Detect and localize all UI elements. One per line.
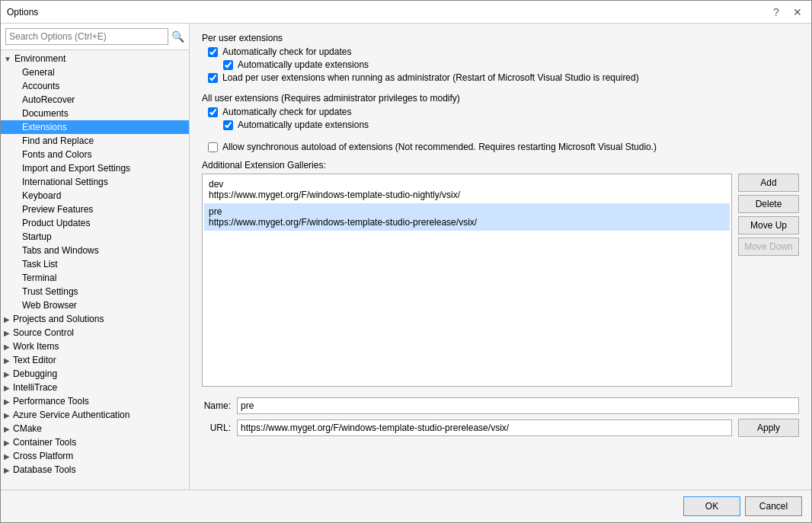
sidebar-item-label: AutoRecover [22, 94, 75, 105]
help-button[interactable]: ? [769, 5, 784, 20]
allow-sync-checkbox[interactable] [208, 142, 218, 152]
per-user-check3-checkbox[interactable] [208, 73, 218, 83]
sidebar-item-product-updates[interactable]: Product Updates [1, 216, 189, 230]
cancel-button[interactable]: Cancel [745, 496, 802, 516]
move-down-button[interactable]: Move Down [738, 238, 799, 256]
galleries-buttons: Add Delete Move Up Move Down [738, 174, 799, 256]
per-user-section: Per user extensions Automatically check … [202, 33, 799, 85]
sidebar-item-label: Performance Tools [13, 396, 89, 407]
sidebar-item-label: General [22, 67, 55, 78]
per-user-check2-row: Automatically update extensions [202, 59, 799, 70]
sidebar-item-find-replace[interactable]: Find and Replace [1, 134, 189, 148]
move-up-button[interactable]: Move Up [738, 216, 799, 234]
sidebar-item-performance-tools[interactable]: ▶ Performance Tools [1, 394, 189, 408]
sidebar-item-label: Preview Features [22, 204, 93, 215]
ok-button[interactable]: OK [683, 496, 740, 516]
close-button[interactable]: ✕ [790, 5, 805, 20]
sidebar-item-startup[interactable]: Startup [1, 230, 189, 244]
sidebar-item-keyboard[interactable]: Keyboard [1, 189, 189, 203]
search-bar: 🔍 [1, 24, 189, 50]
name-label: Name: [202, 400, 231, 411]
url-field-row: URL: Apply [202, 419, 799, 437]
title-bar: Options ? ✕ [1, 1, 811, 24]
right-panel: Per user extensions Automatically check … [190, 24, 811, 490]
gallery-item-pre[interactable]: pre https://www.myget.org/F/windows-temp… [204, 203, 730, 231]
sidebar-item-trust-settings[interactable]: Trust Settings [1, 285, 189, 298]
name-field-row: Name: [202, 397, 799, 414]
all-user-check2-checkbox[interactable] [223, 120, 233, 130]
apply-button[interactable]: Apply [738, 419, 799, 437]
per-user-check3-label: Load per user extensions when running as… [222, 72, 639, 83]
sidebar-item-terminal[interactable]: Terminal [1, 271, 189, 285]
gallery-item-dev[interactable]: dev https://www.myget.org/F/windows-temp… [204, 176, 730, 203]
galleries-section: Additional Extension Galleries: dev http… [202, 160, 799, 387]
sidebar-item-cmake[interactable]: ▶ CMake [1, 422, 189, 435]
name-input[interactable] [237, 397, 799, 414]
sidebar-item-environment[interactable]: ▼ Environment [1, 52, 189, 65]
expand-arrow: ▶ [4, 397, 10, 406]
sidebar-item-web-browser[interactable]: Web Browser [1, 298, 189, 312]
url-input[interactable] [237, 419, 732, 436]
sidebar-item-preview[interactable]: Preview Features [1, 203, 189, 216]
sidebar-item-tabs-windows[interactable]: Tabs and Windows [1, 244, 189, 257]
delete-button[interactable]: Delete [738, 195, 799, 213]
sidebar-item-projects-solutions[interactable]: ▶ Projects and Solutions [1, 312, 189, 326]
sidebar-item-label: Find and Replace [22, 136, 94, 146]
galleries-label: Additional Extension Galleries: [202, 160, 799, 171]
sidebar-item-source-control[interactable]: ▶ Source Control [1, 326, 189, 340]
sidebar-item-database-tools[interactable]: ▶ Database Tools [1, 463, 189, 477]
gallery-item-name: dev [209, 179, 725, 190]
main-content: 🔍 ▼ Environment General Accounts AutoRec… [1, 24, 811, 490]
sidebar-item-import-export[interactable]: Import and Export Settings [1, 161, 189, 175]
sidebar-item-accounts[interactable]: Accounts [1, 79, 189, 93]
sidebar-item-label: Debugging [13, 368, 57, 379]
per-user-label: Per user extensions [202, 33, 799, 43]
sidebar-item-label: Trust Settings [22, 286, 78, 297]
sidebar: 🔍 ▼ Environment General Accounts AutoRec… [1, 24, 190, 490]
sidebar-item-extensions[interactable]: Extensions [1, 120, 189, 134]
sidebar-item-container-tools[interactable]: ▶ Container Tools [1, 435, 189, 449]
per-user-check2-checkbox[interactable] [223, 60, 233, 70]
dialog-title: Options [7, 7, 38, 18]
sidebar-item-work-items[interactable]: ▶ Work Items [1, 340, 189, 353]
sidebar-item-debugging[interactable]: ▶ Debugging [1, 367, 189, 381]
per-user-check1-row: Automatically check for updates [202, 46, 799, 57]
all-user-check1-checkbox[interactable] [208, 107, 218, 117]
per-user-check3-row: Load per user extensions when running as… [202, 72, 799, 83]
all-user-check2-row: Automatically update extensions [202, 120, 799, 130]
expand-arrow: ▶ [4, 425, 10, 433]
url-label: URL: [202, 423, 231, 433]
per-user-check2-label: Automatically update extensions [238, 59, 369, 70]
sidebar-item-general[interactable]: General [1, 65, 189, 79]
title-bar-controls: ? ✕ [769, 5, 805, 20]
sidebar-item-intellitrace[interactable]: ▶ IntelliTrace [1, 381, 189, 394]
per-user-check1-label: Automatically check for updates [222, 46, 351, 57]
sidebar-item-label: CMake [13, 423, 42, 434]
expand-arrow: ▶ [4, 343, 10, 351]
all-user-check1-label: Automatically check for updates [222, 107, 351, 117]
sidebar-item-label: Cross Platform [13, 451, 73, 461]
sidebar-item-label: IntelliTrace [13, 382, 57, 393]
sidebar-item-documents[interactable]: Documents [1, 107, 189, 120]
name-url-section: Name: URL: Apply [202, 397, 799, 442]
sidebar-item-label: Startup [22, 231, 52, 242]
sidebar-item-international[interactable]: International Settings [1, 175, 189, 189]
sidebar-item-autorecover[interactable]: AutoRecover [1, 93, 189, 107]
sidebar-item-label: Projects and Solutions [13, 314, 104, 324]
expand-arrow: ▶ [4, 315, 10, 324]
expand-arrow: ▶ [4, 370, 10, 378]
per-user-check1-checkbox[interactable] [208, 47, 218, 57]
sidebar-item-label: Task List [22, 259, 58, 269]
sidebar-item-cross-platform[interactable]: ▶ Cross Platform [1, 449, 189, 463]
sidebar-item-task-list[interactable]: Task List [1, 257, 189, 271]
sidebar-item-fonts-colors[interactable]: Fonts and Colors [1, 148, 189, 161]
add-button[interactable]: Add [738, 174, 799, 192]
sidebar-item-text-editor[interactable]: ▶ Text Editor [1, 353, 189, 367]
sidebar-item-label: Accounts [22, 81, 59, 91]
sidebar-item-label: Database Tools [13, 464, 76, 475]
search-input[interactable] [5, 28, 168, 45]
all-user-section: All user extensions (Requires administra… [202, 93, 799, 132]
galleries-list[interactable]: dev https://www.myget.org/F/windows-temp… [202, 174, 732, 387]
sidebar-item-azure[interactable]: ▶ Azure Service Authentication [1, 408, 189, 422]
expand-arrow: ▶ [4, 329, 10, 337]
